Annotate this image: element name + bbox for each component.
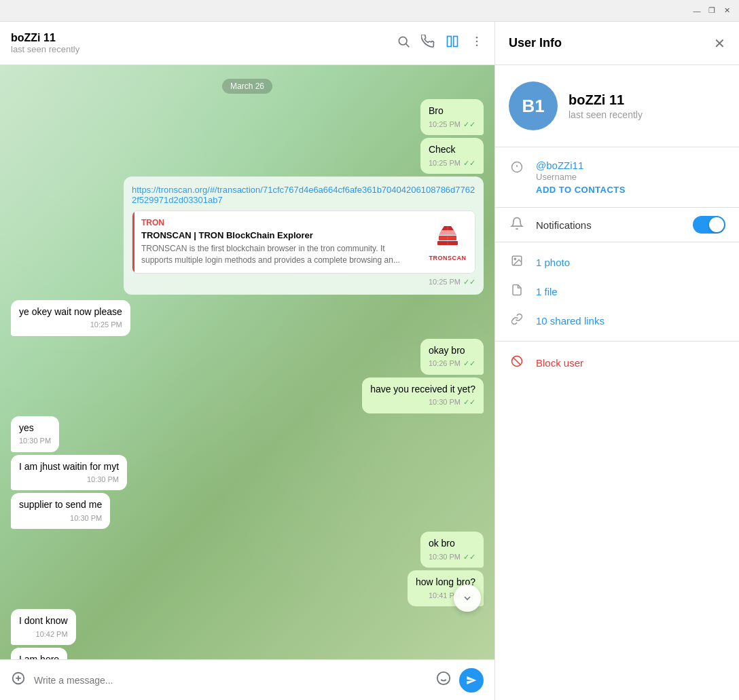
message-text: I am here xyxy=(19,654,59,659)
block-section: Block user xyxy=(495,342,739,384)
preview-source: TRON xyxy=(141,218,414,227)
phone-icon[interactable] xyxy=(421,35,435,52)
search-icon[interactable] xyxy=(397,35,410,52)
message-meta: 10:30 PM xyxy=(19,475,119,485)
links-row[interactable]: 10 shared links xyxy=(495,306,739,335)
table-row: supplier to send me 10:30 PM xyxy=(11,493,484,529)
message-meta: 10:42 PM xyxy=(19,629,68,640)
message-time: 10:25 PM xyxy=(429,119,461,130)
message-text: I am jhust waitin for myt xyxy=(19,461,119,472)
photos-row[interactable]: 1 photo xyxy=(495,248,739,277)
chat-header-actions xyxy=(397,35,484,52)
svg-rect-2 xyxy=(448,37,452,47)
table-row: I am jhust waitin for myt 10:30 PM xyxy=(11,455,484,491)
table-row: I am here 10:42 PM xyxy=(11,648,484,659)
message-check: ✓✓ xyxy=(463,158,475,168)
link-preview-bubble: https://tronscan.org/#/transaction/71cfc… xyxy=(124,177,484,295)
table-row: yes 10:30 PM xyxy=(11,416,484,452)
svg-point-0 xyxy=(399,37,407,45)
username-value: @boZZi11 xyxy=(536,160,626,171)
emoji-button[interactable] xyxy=(436,671,451,689)
maximize-button[interactable]: ❐ xyxy=(705,4,719,18)
message-meta: 10:25 PM xyxy=(19,320,122,330)
send-button[interactable] xyxy=(459,668,484,693)
table-row: Check 10:25 PM ✓✓ xyxy=(11,138,484,174)
message-meta: 10:25 PM ✓✓ xyxy=(429,119,475,130)
message-time: 10:30 PM xyxy=(429,397,461,407)
message-time: 10:42 PM xyxy=(36,629,68,640)
preview-image: TRONSCAN xyxy=(420,211,475,273)
bell-icon xyxy=(509,217,525,234)
minimize-button[interactable]: — xyxy=(690,4,704,18)
message-time: 10:30 PM xyxy=(19,436,51,446)
svg-point-15 xyxy=(437,672,450,684)
message-text: I dont know xyxy=(19,615,68,626)
username-content: @boZZi11 Username ADD TO CONTACTS xyxy=(536,160,626,195)
link-url[interactable]: https://tronscan.org/#/transaction/71cfc… xyxy=(132,185,475,205)
chat-input-area xyxy=(0,659,494,700)
preview-content: TRON TRONSCAN | TRON BlockChain Explorer… xyxy=(132,211,420,273)
chat-messages-area[interactable]: March 26 Bro 10:25 PM ✓✓ Check 10:25 PM xyxy=(0,65,494,659)
attachment-button[interactable] xyxy=(11,671,26,689)
message-text: yes xyxy=(19,422,34,433)
table-row: okay bro 10:26 PM ✓✓ xyxy=(11,339,484,375)
table-row: I dont know 10:42 PM xyxy=(11,609,484,645)
message-input[interactable] xyxy=(34,668,428,693)
toggle-knob xyxy=(709,217,724,232)
message-time: 10:30 PM xyxy=(87,475,119,485)
message-bubble: okay bro 10:26 PM ✓✓ xyxy=(420,339,484,375)
block-icon xyxy=(509,355,525,371)
message-bubble: ye okey wait now please 10:25 PM xyxy=(11,300,130,336)
photo-icon xyxy=(509,255,525,270)
chat-header-info: boZZi 11 last seen recently xyxy=(11,32,79,54)
table-row: have you received it yet? 10:30 PM ✓✓ xyxy=(11,377,484,413)
username-section: @boZZi11 Username ADD TO CONTACTS xyxy=(495,147,739,208)
svg-point-6 xyxy=(476,45,478,47)
message-time: 10:26 PM xyxy=(429,358,461,369)
message-meta: 10:30 PM ✓✓ xyxy=(370,397,475,407)
columns-icon[interactable] xyxy=(446,35,459,52)
message-check: ✓✓ xyxy=(463,397,475,407)
preview-card[interactable]: TRON TRONSCAN | TRON BlockChain Explorer… xyxy=(132,210,475,274)
message-bubble: supplier to send me 10:30 PM xyxy=(11,493,110,529)
block-user-row[interactable]: Block user xyxy=(495,347,739,379)
message-text: ok bro xyxy=(429,538,455,549)
profile-section: B1 boZZi 11 last seen recently xyxy=(495,65,739,147)
user-info-close-button[interactable]: ✕ xyxy=(714,35,725,52)
user-info-header: User Info ✕ xyxy=(495,22,739,65)
file-icon xyxy=(509,284,525,299)
message-time: 10:30 PM xyxy=(70,513,102,523)
avatar: B1 xyxy=(509,81,558,130)
table-row: ye okey wait now please 10:25 PM xyxy=(11,300,484,336)
profile-status: last seen recently xyxy=(569,109,643,120)
message-check: ✓✓ xyxy=(463,278,475,287)
message-bubble: Bro 10:25 PM ✓✓ xyxy=(420,99,484,135)
add-to-contacts-button[interactable]: ADD TO CONTACTS xyxy=(536,185,626,195)
message-bubble: I am jhust waitin for myt 10:30 PM xyxy=(11,455,127,491)
date-divider: March 26 xyxy=(11,79,484,94)
message-check: ✓✓ xyxy=(463,552,475,562)
media-section: 1 photo 1 file 10 shared links xyxy=(495,242,739,342)
message-meta: 10:30 PM xyxy=(19,436,51,446)
user-info-panel: User Info ✕ B1 boZZi 11 last seen recent… xyxy=(494,22,739,700)
svg-line-24 xyxy=(513,358,521,365)
more-icon[interactable] xyxy=(470,35,484,52)
info-icon xyxy=(509,161,525,177)
tronscan-label: TRONSCAN xyxy=(429,255,467,261)
message-bubble: Check 10:25 PM ✓✓ xyxy=(420,138,484,174)
message-bubble: yes 10:30 PM xyxy=(11,416,59,452)
preview-title: TRONSCAN | TRON BlockChain Explorer xyxy=(141,230,414,240)
notifications-left: Notifications xyxy=(509,217,592,234)
chat-panel: boZZi 11 last seen recently xyxy=(0,22,494,700)
files-row[interactable]: 1 file xyxy=(495,277,739,306)
message-bubble: I am here 10:42 PM xyxy=(11,648,67,659)
scroll-to-bottom-button[interactable] xyxy=(454,585,481,612)
message-text: have you received it yet? xyxy=(370,384,475,394)
message-text: supplier to send me xyxy=(19,499,102,510)
message-text: Check xyxy=(429,144,456,155)
message-time: 10:25 PM xyxy=(429,158,461,168)
message-time: 10:30 PM xyxy=(429,552,461,562)
photo-count: 1 photo xyxy=(536,257,570,268)
close-button[interactable]: ✕ xyxy=(720,4,734,18)
notifications-toggle[interactable] xyxy=(693,216,725,234)
